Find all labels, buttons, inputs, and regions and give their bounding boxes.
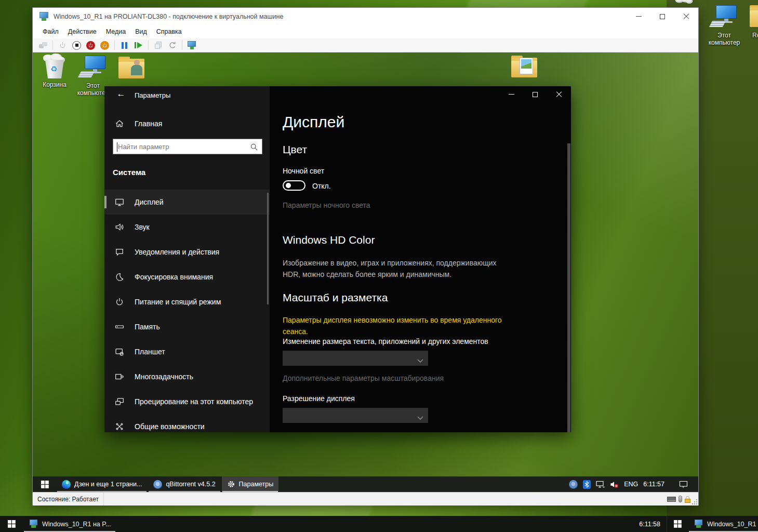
sidebar-item-home[interactable]: Главная [135, 119, 162, 128]
taskbar-item-browser[interactable]: Дзен и еще 1 страни... [57, 476, 147, 492]
desktop-icon-recycle-bin[interactable]: ♻ Корзина [35, 55, 74, 88]
vm-minimize-button[interactable] [627, 8, 650, 25]
stop-vm-icon[interactable] [71, 39, 83, 51]
settings-close-button[interactable] [547, 86, 571, 102]
home-icon [115, 119, 124, 130]
ctrl-alt-del-icon[interactable] [37, 39, 49, 51]
host-taskbar-secondary: Windows_10_R1 на P. [667, 516, 758, 532]
resume-vm-icon[interactable] [132, 39, 144, 51]
qbittorrent-icon [153, 480, 162, 489]
sidebar-item-label: Звук [135, 223, 150, 231]
windows-logo-icon [674, 520, 682, 528]
windows-logo-icon [8, 520, 16, 528]
notification-center-icon[interactable] [679, 480, 688, 489]
vm-connect-icon [29, 520, 38, 528]
sidebar-item-label: Общие возможности [135, 422, 205, 431]
sidebar-item-power-sleep[interactable]: Питание и спящий режим [104, 289, 270, 314]
revert-icon[interactable] [166, 39, 178, 51]
night-light-state: Откл. [312, 182, 331, 190]
back-arrow-icon[interactable]: ← [115, 89, 127, 100]
gear-icon [227, 480, 235, 488]
volume-muted-icon[interactable] [610, 480, 619, 489]
enhanced-session-icon[interactable] [186, 39, 198, 51]
sidebar-item-tablet[interactable]: Планшет [104, 339, 270, 364]
recycle-mark: ♻ [50, 65, 59, 73]
sidebar-item-display[interactable]: Дисплей [104, 190, 270, 215]
sidebar-item-shared-experiences[interactable]: Общие возможности [104, 414, 270, 432]
search-input[interactable] [113, 139, 262, 154]
lock-status-icon [685, 496, 691, 503]
remote-session-warning: Параметры дисплея невозможно изменить во… [283, 315, 506, 337]
sidebar-scrollbar[interactable] [267, 193, 269, 304]
sidebar-item-notifications[interactable]: Уведомления и действия [104, 240, 270, 264]
sidebar-nav: Дисплей Звук [104, 190, 270, 432]
sidebar-item-sound[interactable]: Звук [104, 215, 270, 240]
desktop-icon-label: Ror [743, 32, 758, 39]
desktop-icon-this-pc-host[interactable]: Этот компьютер [704, 5, 744, 46]
vm-titlebar[interactable]: Windows_10_R1 на PROLIANT-DL380 - подклю… [33, 8, 698, 25]
resize-grip[interactable] [691, 499, 698, 505]
multitasking-icon [115, 372, 124, 381]
sidebar-item-storage[interactable]: Память [104, 314, 270, 339]
keyboard-status-icon [667, 497, 676, 502]
taskbar-item-settings[interactable]: Параметры [222, 476, 279, 492]
host-start-button-secondary[interactable] [667, 516, 688, 532]
host-taskbar: Windows_10_R1 на P... 6:11:58 Windows_10… [0, 516, 758, 532]
settings-minimize-button[interactable] [499, 86, 523, 102]
network-icon[interactable] [596, 480, 605, 489]
taskbar-item-qbittorrent[interactable]: qBittorrent v4.5.2 [148, 476, 220, 492]
advanced-scaling-link[interactable]: Дополнительные параметры масштабирования [283, 374, 444, 382]
settings-scrollbar[interactable] [567, 143, 570, 432]
host-start-button[interactable] [0, 516, 23, 532]
menu-media[interactable]: Медиа [101, 26, 130, 37]
power-icon [115, 297, 124, 307]
pause-vm-icon[interactable] [118, 39, 130, 51]
projecting-icon [115, 397, 124, 406]
sidebar-item-multitasking[interactable]: Многозадачность [104, 364, 270, 389]
menu-action[interactable]: Действие [63, 26, 101, 37]
guest-start-button[interactable] [33, 476, 57, 492]
menu-view[interactable]: Вид [130, 26, 152, 37]
vm-window-title: Windows_10_R1 на PROLIANT-DL380 - подклю… [54, 13, 283, 20]
guest-clock[interactable]: 6:11:57 [643, 481, 664, 488]
qbittorrent-tray-icon[interactable] [569, 480, 578, 489]
start-vm-icon[interactable] [57, 39, 69, 51]
scale-dropdown[interactable] [283, 351, 428, 366]
shutdown-vm-icon[interactable] [85, 39, 97, 51]
taskbar-item-label: Windows_10_R1 на P... [42, 521, 111, 528]
menu-help[interactable]: Справка [152, 26, 187, 37]
desktop-icon-pictures-folder[interactable] [504, 56, 544, 77]
text-caret [117, 142, 117, 152]
host-taskbar-item-vm-secondary[interactable]: Windows_10_R1 на P. [688, 516, 758, 532]
recycle-bin-sliver-icon[interactable] [674, 0, 694, 7]
sidebar-item-projecting[interactable]: Проецирование на этот компьютер [104, 389, 270, 414]
sound-icon [115, 222, 124, 232]
search-icon[interactable] [250, 143, 258, 153]
host-clock[interactable]: 6:11:58 [639, 516, 667, 532]
usb-status-icon [679, 496, 682, 502]
guest-desktop: ♻ Корзина Этот компьютер [33, 52, 698, 492]
turnoff-vm-icon[interactable] [99, 39, 111, 51]
vm-close-button[interactable] [674, 8, 698, 25]
night-light-toggle[interactable] [283, 180, 305, 191]
recycle-bin-icon: ♻ [42, 55, 67, 79]
menu-file[interactable]: Файл [38, 26, 63, 37]
host-taskbar-item-vm[interactable]: Windows_10_R1 на P... [23, 516, 116, 532]
language-indicator[interactable]: ENG [624, 481, 638, 488]
resolution-dropdown[interactable] [283, 408, 428, 423]
vm-status-text: Состояние: Работает [37, 496, 99, 503]
host-desktop: Этот компьютер Ror Windows_10_R1 на PROL… [0, 0, 758, 532]
taskbar-item-label: Параметры [239, 481, 274, 488]
sidebar-item-label: Планшет [135, 348, 165, 356]
settings-maximize-button[interactable] [523, 86, 547, 102]
vm-maximize-button[interactable] [650, 8, 674, 25]
notifications-icon [115, 247, 124, 257]
desktop-icon-folder-cut[interactable]: Ror [743, 5, 758, 39]
folder-icon [750, 5, 758, 30]
night-light-settings-link[interactable]: Параметры ночного света [283, 201, 370, 209]
desktop-icon-user-folder[interactable] [112, 57, 151, 78]
checkpoint-icon[interactable] [152, 39, 164, 51]
toolbar-separator [148, 41, 149, 50]
sidebar-item-focus-assist[interactable]: Фокусировка внимания [104, 264, 270, 289]
bluetooth-icon[interactable] [583, 480, 591, 489]
